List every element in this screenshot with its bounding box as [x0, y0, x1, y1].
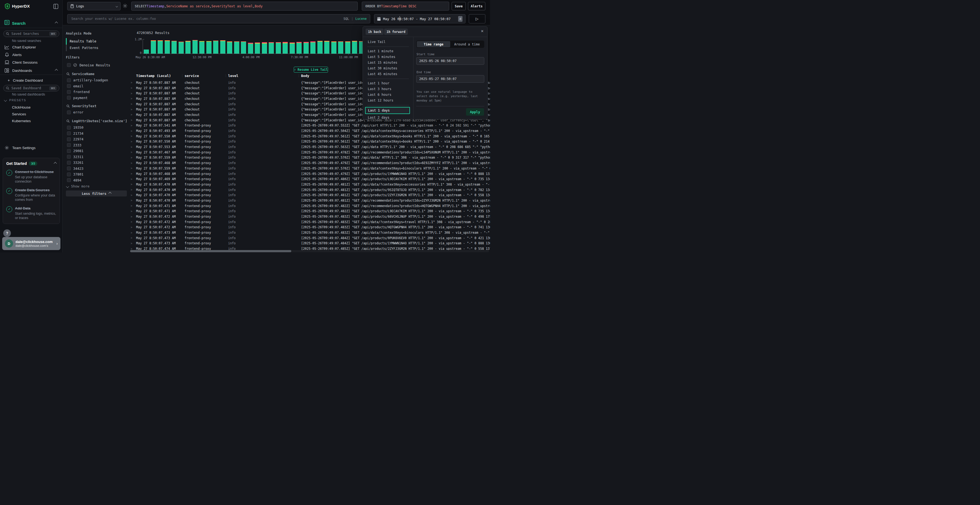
- filter-value-row[interactable]: 4894: [67, 178, 128, 183]
- table-row[interactable]: > May 27 8:50:07.468 AM frontend-proxy i…: [130, 171, 490, 176]
- filter-value-row[interactable]: 19350: [67, 125, 128, 130]
- user-menu[interactable]: D dale@clickhouse.com dale@clickhouse.co…: [2, 237, 60, 250]
- get-started-item[interactable]: ✓ Connect to ClickHouse Set up your data…: [6, 169, 56, 184]
- results-histogram[interactable]: [144, 39, 364, 54]
- filter-value-row[interactable]: 33261: [67, 160, 128, 166]
- tab-time-range[interactable]: Time range: [417, 41, 450, 48]
- sidebar-item-chart-explorer[interactable]: Chart Explorer: [0, 43, 62, 51]
- table-row[interactable]: > May 27 8:50:07.467 AM frontend-proxy i…: [130, 150, 490, 155]
- histogram-bar[interactable]: [276, 42, 281, 54]
- column-header-body[interactable]: Body: [301, 74, 309, 79]
- expand-row-icon[interactable]: >: [130, 146, 136, 149]
- table-row[interactable]: > May 27 8:50:07.559 AM frontend-proxy i…: [130, 155, 490, 160]
- saved-searches-search[interactable]: ⌘K: [3, 30, 59, 37]
- checkbox[interactable]: [67, 63, 71, 67]
- checkbox[interactable]: [67, 167, 71, 170]
- histogram-bar[interactable]: [331, 41, 336, 54]
- checkbox[interactable]: [67, 90, 71, 94]
- search-input[interactable]: [71, 17, 306, 21]
- histogram-bar[interactable]: [262, 42, 267, 54]
- show-more-button[interactable]: Show more: [67, 184, 89, 188]
- histogram-bar[interactable]: [213, 41, 218, 54]
- expand-row-icon[interactable]: >: [130, 119, 136, 122]
- expand-row-icon[interactable]: >: [130, 237, 136, 240]
- histogram-bar[interactable]: [220, 40, 225, 54]
- table-row[interactable]: > May 27 8:50:07.470 AM frontend-proxy i…: [130, 198, 490, 203]
- histogram-bar[interactable]: [296, 42, 302, 54]
- histogram-bar[interactable]: [144, 49, 149, 54]
- time-preset-option[interactable]: Last 1 days: [365, 107, 410, 114]
- histogram-bar[interactable]: [283, 42, 288, 54]
- time-preset-option[interactable]: Last 1 minute: [363, 48, 413, 54]
- time-preset-option[interactable]: Last 3 hours: [363, 86, 413, 92]
- histogram-bar[interactable]: [227, 41, 232, 54]
- checkbox[interactable]: [67, 137, 71, 141]
- less-filters-button[interactable]: Less filters: [66, 191, 127, 197]
- filter-value-row[interactable]: payment: [67, 95, 128, 101]
- expand-row-icon[interactable]: >: [130, 167, 136, 170]
- tab-around-a-time[interactable]: Around a time: [450, 41, 484, 48]
- expand-row-icon[interactable]: >: [130, 215, 136, 218]
- checkbox[interactable]: [67, 96, 71, 100]
- table-row[interactable]: > May 27 8:50:07.470 AM frontend-proxy i…: [130, 192, 490, 198]
- expand-row-icon[interactable]: >: [130, 183, 136, 186]
- table-row[interactable]: > May 27 8:50:07.553 AM frontend-proxy i…: [130, 144, 490, 150]
- table-row[interactable]: > May 27 8:50:07.469 AM frontend-proxy i…: [130, 176, 490, 182]
- time-preset-option[interactable]: Last 45 minutes: [363, 71, 413, 77]
- table-row[interactable]: > May 27 8:50:07.559 AM frontend-proxy i…: [130, 166, 490, 171]
- table-row[interactable]: > May 27 8:50:07.473 AM frontend-proxy i…: [130, 230, 490, 235]
- expand-row-icon[interactable]: >: [130, 140, 136, 143]
- search-section-collapse-icon[interactable]: [55, 22, 58, 24]
- save-button[interactable]: Save: [452, 2, 466, 10]
- create-dashboard-button[interactable]: + Create Dashboard: [0, 77, 62, 84]
- expand-row-icon[interactable]: >: [130, 135, 136, 138]
- table-row[interactable]: > May 27 8:50:07.470 AM frontend-proxy i…: [130, 182, 490, 187]
- histogram-bar[interactable]: [199, 41, 204, 54]
- filter-value-row[interactable]: 37801: [67, 172, 128, 178]
- start-time-input[interactable]: [416, 57, 484, 65]
- filter-group-cache-size[interactable]: LogAttributes['cache.size']: [67, 119, 127, 123]
- expand-row-icon[interactable]: >: [130, 226, 136, 229]
- filter-group-severitytext[interactable]: SeverityText: [67, 104, 96, 108]
- checkbox[interactable]: [67, 155, 71, 159]
- saved-searches-input[interactable]: [11, 32, 42, 36]
- event-search-box[interactable]: SQL | Lucene: [67, 14, 370, 24]
- expand-row-icon[interactable]: >: [130, 108, 136, 111]
- saved-dashboards-search[interactable]: ⌘K: [3, 85, 59, 91]
- filter-value-row[interactable]: artillery-loadgen: [67, 77, 128, 83]
- time-preset-option[interactable]: Live Tail: [363, 39, 413, 45]
- checkbox[interactable]: [67, 143, 71, 147]
- filter-value-row[interactable]: error: [67, 110, 128, 115]
- histogram-bar[interactable]: [234, 41, 239, 54]
- expand-row-icon[interactable]: >: [130, 130, 136, 132]
- histogram-bar[interactable]: [345, 41, 350, 54]
- expand-row-icon[interactable]: >: [130, 81, 136, 84]
- table-row[interactable]: > May 27 8:50:07.550 AM frontend-proxy i…: [130, 133, 490, 139]
- time-preset-option[interactable]: Last 12 hours: [363, 98, 413, 103]
- sidebar-item-alerts[interactable]: Alerts: [0, 51, 62, 58]
- get-started-collapse-icon[interactable]: [54, 162, 57, 165]
- expand-row-icon[interactable]: >: [130, 204, 136, 207]
- column-resize-handle[interactable]: ⋮: [181, 74, 184, 78]
- sidebar-collapse-icon[interactable]: [53, 4, 58, 9]
- resume-live-tail-button[interactable]: ⚡ Resume Live Tail: [294, 67, 328, 73]
- histogram-bar[interactable]: [248, 43, 253, 54]
- expand-row-icon[interactable]: >: [130, 156, 136, 159]
- histogram-bar[interactable]: [158, 40, 163, 54]
- histogram-bar[interactable]: [241, 41, 246, 54]
- expand-row-icon[interactable]: >: [130, 162, 136, 165]
- table-row[interactable]: > May 27 8:50:07.550 AM frontend-proxy i…: [130, 139, 490, 145]
- preset-item[interactable]: ClickHouse: [0, 104, 62, 111]
- expand-row-icon[interactable]: >: [130, 92, 136, 95]
- table-row[interactable]: > May 27 8:50:07.471 AM frontend-proxy i…: [130, 203, 490, 209]
- filter-value-row[interactable]: 29081: [67, 148, 128, 154]
- table-row[interactable]: > May 27 8:50:07.493 AM frontend-proxy i…: [130, 128, 490, 133]
- run-search-button[interactable]: ▷: [469, 14, 485, 24]
- checkbox[interactable]: [67, 110, 71, 114]
- table-row[interactable]: > May 27 8:50:07.473 AM frontend-proxy i…: [130, 235, 490, 241]
- table-row[interactable]: > May 27 8:50:07.471 AM frontend-proxy i…: [130, 209, 490, 214]
- column-resize-handle[interactable]: ⋮: [224, 74, 227, 78]
- help-button[interactable]: ?: [3, 229, 11, 237]
- lucene-mode-toggle[interactable]: Lucene: [355, 17, 367, 21]
- table-row[interactable]: > May 27 8:50:07.472 AM frontend-proxy i…: [130, 219, 490, 225]
